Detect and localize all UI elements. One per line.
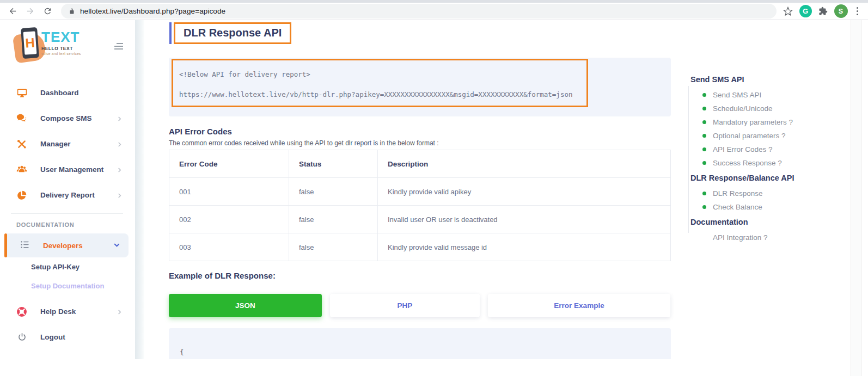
back-button[interactable] xyxy=(5,4,20,19)
status-cell: false xyxy=(289,178,378,205)
toc-item-success-response[interactable]: Success Response ? xyxy=(690,156,849,170)
table-of-contents: Send SMS API Send SMS API Schedule/Unico… xyxy=(690,75,849,248)
toc-item-check-balance[interactable]: Check Balance xyxy=(690,200,849,214)
error-codes-table: Error Code Status Description 001 false … xyxy=(169,150,671,261)
table-row: 002 false Invalid user OR user is deacti… xyxy=(169,205,670,233)
back-icon xyxy=(8,7,17,16)
toc-list: API Integration ? xyxy=(690,231,849,244)
bullet-icon xyxy=(702,107,706,110)
bullet-icon xyxy=(702,161,706,165)
bullet-icon xyxy=(702,120,706,124)
error-codes-heading: API Error Codes xyxy=(169,127,232,136)
toc-item-send-sms-api[interactable]: Send SMS API xyxy=(690,88,849,102)
toc-item-dlr-response[interactable]: DLR Response xyxy=(690,187,849,200)
extensions-puzzle-icon[interactable] xyxy=(818,7,828,16)
bullet-icon xyxy=(702,205,706,209)
toc-heading-dlr-response-balance-api: DLR Response/Balance API xyxy=(690,174,849,182)
refresh-icon xyxy=(43,7,52,16)
code-highlight-box xyxy=(172,59,588,107)
api-url: https://www.hellotext.live/vb/http-dlr.p… xyxy=(179,90,572,98)
browser-chrome: hellotext.live/Dashboard.php?page=apicod… xyxy=(0,0,868,20)
table-row: 003 false Kindly provide valid message i… xyxy=(169,233,670,261)
toc-heading-send-sms-api: Send SMS API xyxy=(690,75,849,84)
toc-item-optional-parameters[interactable]: Optional parameters ? xyxy=(690,129,849,143)
bullet-icon xyxy=(702,192,706,195)
toc-item-api-integration[interactable]: API Integration ? xyxy=(690,231,849,244)
browser-menu-icon[interactable] xyxy=(854,5,861,18)
column-header: Status xyxy=(289,150,378,177)
toc-item-schedule-unicode[interactable]: Schedule/Unicode xyxy=(690,102,849,115)
title-highlight-box: DLR Response API xyxy=(174,22,291,44)
json-open-brace: { xyxy=(180,348,184,356)
bullet-icon xyxy=(702,93,706,97)
page-scrollbar[interactable] xyxy=(851,20,862,376)
toolbar-right: G S xyxy=(783,4,863,18)
table-row: 001 false Kindly provide valid apikey xyxy=(169,177,670,205)
forward-button[interactable] xyxy=(23,4,37,19)
description-cell: Invalid user OR user is deactivated xyxy=(378,206,670,233)
tab-php[interactable]: PHP xyxy=(330,294,480,317)
bullet-icon xyxy=(702,147,706,151)
toc-item-api-error-codes[interactable]: API Error Codes ? xyxy=(690,143,849,156)
error-code-cell: 002 xyxy=(169,206,289,233)
browser-toolbar: hellotext.live/Dashboard.php?page=apicod… xyxy=(0,3,868,20)
column-header: Error Code xyxy=(169,150,289,177)
error-codes-subtitle: The common error codes received while us… xyxy=(169,139,439,147)
description-cell: Kindly provide valid apikey xyxy=(378,178,670,205)
error-code-cell: 001 xyxy=(169,178,289,205)
tab-json[interactable]: JSON xyxy=(169,294,322,317)
example-tabs: JSON PHP Error Example xyxy=(169,294,671,317)
bullet-icon xyxy=(702,134,706,138)
toc-heading-documentation: Documentation xyxy=(690,218,849,226)
address-bar[interactable]: hellotext.live/Dashboard.php?page=apicod… xyxy=(61,4,777,19)
refresh-button[interactable] xyxy=(40,4,54,19)
status-cell: false xyxy=(289,233,378,261)
tab-error-example[interactable]: Error Example xyxy=(488,294,670,317)
table-header-row: Error Code Status Description xyxy=(169,150,670,177)
toc-list: Send SMS API Schedule/Unicode Mandatory … xyxy=(690,88,849,170)
toc-divider xyxy=(688,86,689,233)
page-title: DLR Response API xyxy=(184,27,282,39)
page-title-block: DLR Response API xyxy=(169,22,291,44)
error-code-cell: 003 xyxy=(169,233,289,261)
description-cell: Kindly provide valid message id xyxy=(378,233,670,261)
forward-icon xyxy=(26,7,35,16)
profile-avatar[interactable]: S xyxy=(834,4,848,18)
title-accent-bar xyxy=(169,22,172,44)
grammarly-extension-icon[interactable]: G xyxy=(799,5,812,17)
toc-list: DLR Response Check Balance xyxy=(690,187,849,214)
column-header: Description xyxy=(378,150,670,177)
lock-icon xyxy=(69,8,75,15)
example-heading: Example of DLR Response: xyxy=(169,271,276,280)
api-url-code-block: <!Below API for delivery report> https:/… xyxy=(169,58,671,116)
code-comment: <!Below API for delivery report> xyxy=(179,70,310,78)
url-text: hellotext.live/Dashboard.php?page=apicod… xyxy=(80,7,225,15)
bookmark-star-icon[interactable] xyxy=(783,7,793,16)
response-example-code-block: { xyxy=(169,328,671,359)
toc-item-mandatory-parameters[interactable]: Mandatory parameters ? xyxy=(690,115,849,129)
status-cell: false xyxy=(289,206,378,233)
